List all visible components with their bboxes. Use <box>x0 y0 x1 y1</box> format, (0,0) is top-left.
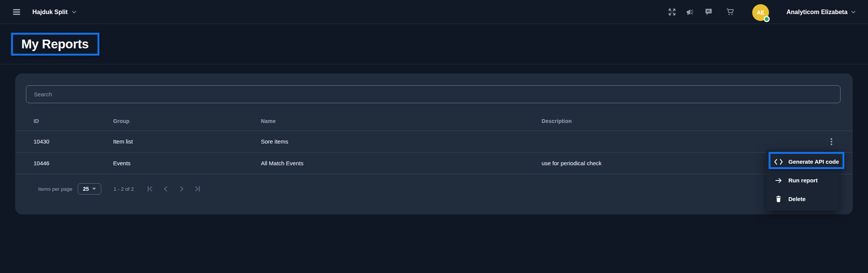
chevron-down-icon <box>850 9 856 15</box>
reports-card: ID Group Name Description 10430 Item lis… <box>15 73 853 214</box>
header-divider <box>0 64 868 64</box>
last-page-button[interactable] <box>193 184 202 193</box>
table-header-row: ID Group Name Description <box>15 112 853 131</box>
menu-item-delete[interactable]: Delete <box>766 190 839 208</box>
annotation-box-title: My Reports <box>11 33 99 56</box>
pagination: Items per page 25 1 - 2 of 2 <box>15 179 853 199</box>
topbar: Hajduk Split <box>0 0 868 24</box>
chevron-down-icon <box>71 9 77 15</box>
club-selector[interactable]: Hajduk Split <box>32 0 77 24</box>
next-page-button[interactable] <box>177 184 186 193</box>
cell-name: All Match Events <box>261 152 542 174</box>
user-menu-label: Analyticom Elizabeta <box>786 9 847 16</box>
trash-icon <box>774 195 783 204</box>
dropdown-triangle-icon <box>92 188 96 190</box>
page-size-value: 25 <box>83 186 89 192</box>
cell-group: Events <box>113 152 261 174</box>
search-input[interactable] <box>26 85 841 103</box>
page-size-select[interactable]: 25 <box>78 183 101 195</box>
avatar[interactable]: AE <box>752 4 769 21</box>
column-header-description: Description <box>542 112 810 131</box>
column-header-actions <box>810 112 853 131</box>
pagination-range: 1 - 2 of 2 <box>113 186 134 192</box>
row-context-menu: Generate API code Run report Delete <box>766 150 839 211</box>
hamburger-menu-icon[interactable] <box>13 9 20 15</box>
cell-name: Sore items <box>261 131 542 152</box>
club-selector-label: Hajduk Split <box>32 9 67 16</box>
items-per-page-label: Items per page <box>38 186 72 192</box>
page-title: My Reports <box>21 37 89 51</box>
first-page-button[interactable] <box>145 184 154 193</box>
column-header-name: Name <box>261 112 542 131</box>
cell-description <box>542 131 810 152</box>
previous-page-button[interactable] <box>161 184 170 193</box>
column-header-id: ID <box>15 112 113 131</box>
avatar-initials: AE <box>757 10 764 16</box>
menu-item-generate-api-code[interactable]: Generate API code <box>766 152 839 171</box>
cell-id: 10430 <box>15 131 113 152</box>
user-menu[interactable]: Analyticom Elizabeta <box>786 0 856 24</box>
chat-icon[interactable] <box>704 8 713 16</box>
code-icon <box>774 157 783 166</box>
reports-table: ID Group Name Description 10430 Item lis… <box>15 112 853 174</box>
topbar-right: AE Analyticom Elizabeta <box>666 0 868 24</box>
megaphone-icon[interactable] <box>686 8 694 16</box>
cell-group: Item list <box>113 131 261 152</box>
cart-icon[interactable] <box>726 8 735 16</box>
menu-item-run-report[interactable]: Run report <box>766 171 839 190</box>
row-actions-kebab-icon[interactable] <box>825 135 838 148</box>
pagination-nav <box>145 184 202 193</box>
arrow-right-icon <box>774 176 783 185</box>
status-dot <box>764 16 770 22</box>
app-screen: Hajduk Split <box>0 0 868 273</box>
fullscreen-icon[interactable] <box>668 8 676 16</box>
cell-id: 10446 <box>15 152 113 174</box>
column-header-group: Group <box>113 112 261 131</box>
table-row[interactable]: 10430 Item list Sore items <box>15 131 853 152</box>
table-row[interactable]: 10446 Events All Match Events use for pe… <box>15 152 853 174</box>
